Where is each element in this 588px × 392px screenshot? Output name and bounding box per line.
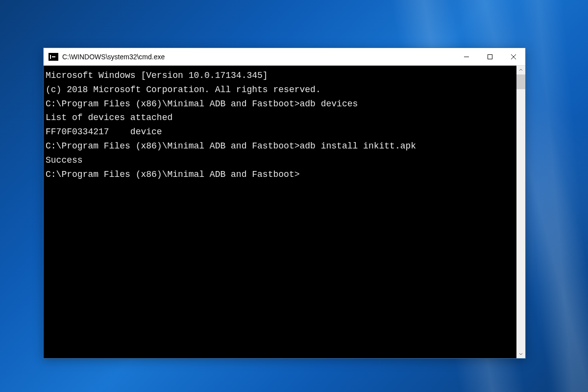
- maximize-icon: [487, 54, 493, 60]
- window-title: C:\WINDOWS\system32\cmd.exe: [62, 53, 455, 61]
- window-controls: [455, 48, 525, 65]
- cmd-window: C:\WINDOWS\system32\cmd.exe Microsoft Wi…: [43, 48, 526, 359]
- vertical-scrollbar[interactable]: [516, 66, 525, 358]
- chevron-up-icon: [519, 68, 523, 72]
- close-icon: [511, 54, 516, 60]
- terminal-line: Success: [46, 153, 514, 168]
- terminal-output[interactable]: Microsoft Windows [Version 10.0.17134.34…: [44, 66, 516, 358]
- terminal-line: (c) 2018 Microsoft Corporation. All righ…: [46, 83, 514, 97]
- svg-rect-1: [488, 54, 492, 59]
- maximize-button[interactable]: [478, 48, 502, 65]
- close-button[interactable]: [502, 48, 525, 65]
- scroll-down-button[interactable]: [516, 349, 525, 358]
- terminal-line: C:\Program Files (x86)\Minimal ADB and F…: [46, 168, 514, 182]
- terminal-line: Microsoft Windows [Version 10.0.17134.34…: [46, 69, 514, 83]
- terminal-line: List of devices attached: [46, 111, 514, 125]
- cmd-icon: [49, 53, 58, 61]
- terminal-line: FF70F0334217 device: [46, 125, 514, 139]
- scroll-thumb[interactable]: [516, 74, 525, 89]
- chevron-down-icon: [519, 352, 523, 356]
- minimize-button[interactable]: [455, 48, 478, 65]
- titlebar[interactable]: C:\WINDOWS\system32\cmd.exe: [44, 48, 525, 66]
- minimize-icon: [464, 54, 469, 60]
- terminal-line: C:\Program Files (x86)\Minimal ADB and F…: [46, 139, 514, 153]
- scroll-up-button[interactable]: [516, 66, 525, 74]
- terminal-area: Microsoft Windows [Version 10.0.17134.34…: [44, 66, 525, 358]
- terminal-line: C:\Program Files (x86)\Minimal ADB and F…: [46, 97, 514, 111]
